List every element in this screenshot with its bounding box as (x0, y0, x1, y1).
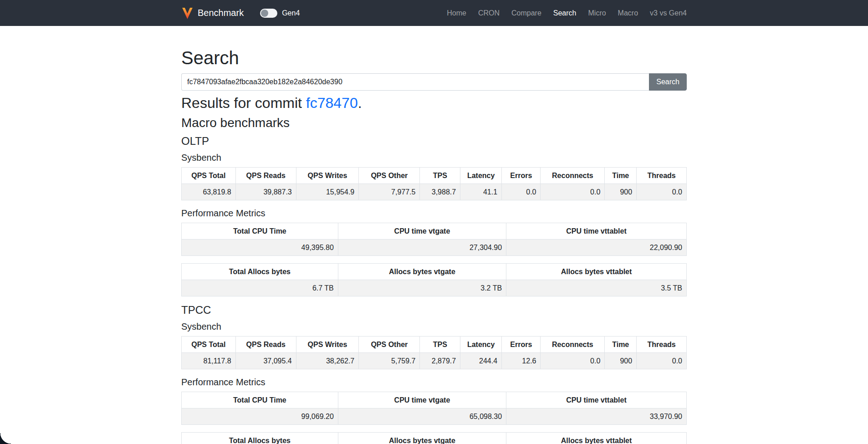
column-header: CPU time vtgate (338, 392, 506, 408)
table-cell: 15,954.9 (296, 184, 359, 200)
gen4-toggle-label: Gen4 (282, 9, 300, 17)
column-header: Time (605, 167, 637, 184)
table-cell: 0.0 (502, 184, 541, 200)
column-header: QPS Reads (235, 167, 296, 184)
results-title: Results for commit fc78470. (181, 94, 687, 112)
search-group: Search (181, 73, 687, 91)
column-header: QPS Writes (296, 167, 359, 184)
column-header: TPS (420, 336, 460, 352)
vitess-logo-icon (181, 6, 194, 20)
results-suffix: . (358, 95, 362, 111)
tpcc-sysbench-table: QPS TotalQPS ReadsQPS WritesQPS OtherTPS… (181, 336, 687, 369)
table-cell: 37,095.4 (235, 352, 296, 369)
navbar: Benchmark Gen4 Home CRON Compare Search … (0, 0, 868, 26)
table-cell: 81,117.8 (182, 352, 236, 369)
table-cell: 0.0 (637, 352, 687, 369)
column-header: Time (605, 336, 637, 352)
table-cell: 33,970.90 (506, 408, 687, 424)
table-cell: 65,098.30 (338, 408, 506, 424)
nav-item-compare[interactable]: Compare (511, 5, 541, 21)
table-cell: 41.1 (460, 184, 502, 200)
navbar-container: Benchmark Gen4 Home CRON Compare Search … (181, 5, 687, 21)
brand-link[interactable]: Benchmark (181, 6, 244, 20)
tpcc-sysbench-label: Sysbench (181, 321, 687, 332)
screen-corner-artifact (0, 433, 11, 444)
nav-item-macro[interactable]: Macro (618, 5, 638, 21)
oltp-allocs-table: Total Allocs bytesAllocs bytes vtgateAll… (181, 263, 687, 296)
column-header: CPU time vttablet (506, 392, 687, 408)
gen4-toggle[interactable]: Gen4 (260, 9, 300, 18)
table-row: 49,395.8027,304.9022,090.90 (182, 239, 687, 255)
tpcc-title: TPCC (181, 304, 687, 317)
table-cell: 900 (605, 184, 637, 200)
nav-item-v3-vs-gen4[interactable]: v3 vs Gen4 (650, 5, 687, 21)
section-oltp: OLTP Sysbench QPS TotalQPS ReadsQPS Writ… (181, 135, 687, 296)
tpcc-performance-metrics-label: Performance Metrics (181, 377, 687, 388)
nav-item-cron[interactable]: CRON (478, 5, 500, 21)
macro-benchmarks-title: Macro benchmarks (181, 115, 687, 131)
column-header: Latency (460, 336, 502, 352)
oltp-title: OLTP (181, 135, 687, 148)
column-header: Reconnects (541, 336, 605, 352)
table-row: 6.7 TB3.2 TB3.5 TB (182, 280, 687, 296)
column-header: QPS Total (182, 167, 236, 184)
column-header: Reconnects (541, 167, 605, 184)
column-header: Allocs bytes vtgate (338, 263, 506, 280)
tpcc-allocs-table: Total Allocs bytesAllocs bytes vtgateAll… (181, 432, 687, 444)
column-header: QPS Writes (296, 336, 359, 352)
oltp-cpu-table: Total CPU TimeCPU time vtgateCPU time vt… (181, 223, 687, 256)
column-header: QPS Other (359, 336, 420, 352)
toggle-track-icon[interactable] (260, 9, 277, 18)
table-cell: 0.0 (541, 352, 605, 369)
table-cell: 39,887.3 (235, 184, 296, 200)
nav-item-search[interactable]: Search (553, 5, 577, 21)
table-row: 81,117.837,095.438,262.75,759.72,879.724… (182, 352, 687, 369)
nav-links: Home CRON Compare Search Micro Macro v3 … (435, 5, 687, 21)
commit-link[interactable]: fc78470 (306, 95, 358, 111)
column-header: Total Allocs bytes (182, 432, 338, 444)
column-header: Threads (637, 336, 687, 352)
search-input[interactable] (181, 73, 649, 91)
column-header: QPS Other (359, 167, 420, 184)
column-header: Latency (460, 167, 502, 184)
table-cell: 99,069.20 (182, 408, 338, 424)
table-cell: 38,262.7 (296, 352, 359, 369)
column-header: QPS Total (182, 336, 236, 352)
table-cell: 5,759.7 (359, 352, 420, 369)
column-header: Allocs bytes vtgate (338, 432, 506, 444)
results-prefix: Results for commit (181, 95, 306, 111)
column-header: Threads (637, 167, 687, 184)
table-cell: 6.7 TB (182, 280, 338, 296)
table-cell: 12.6 (502, 352, 541, 369)
table-cell: 7,977.5 (359, 184, 420, 200)
search-button[interactable]: Search (649, 73, 687, 91)
oltp-sysbench-label: Sysbench (181, 152, 687, 163)
column-header: CPU time vtgate (338, 223, 506, 239)
nav-item-micro[interactable]: Micro (588, 5, 606, 21)
table-cell: 0.0 (637, 184, 687, 200)
column-header: Errors (502, 336, 541, 352)
table-cell: 3.2 TB (338, 280, 506, 296)
column-header: Total CPU Time (182, 223, 338, 239)
column-header: QPS Reads (235, 336, 296, 352)
table-cell: 27,304.90 (338, 239, 506, 255)
oltp-sysbench-table: QPS TotalQPS ReadsQPS WritesQPS OtherTPS… (181, 167, 687, 200)
table-cell: 2,879.7 (420, 352, 460, 369)
column-header: Allocs bytes vttablet (506, 263, 687, 280)
oltp-performance-metrics-label: Performance Metrics (181, 208, 687, 219)
table-cell: 63,819.8 (182, 184, 236, 200)
nav-item-home[interactable]: Home (447, 5, 466, 21)
table-cell: 22,090.90 (506, 239, 687, 255)
column-header: Total CPU Time (182, 392, 338, 408)
main-content: Search Search Results for commit fc78470… (181, 26, 687, 444)
table-cell: 3.5 TB (506, 280, 687, 296)
table-row: 63,819.839,887.315,954.97,977.53,988.741… (182, 184, 687, 200)
column-header: Allocs bytes vttablet (506, 432, 687, 444)
brand-label: Benchmark (198, 8, 244, 18)
table-cell: 244.4 (460, 352, 502, 369)
table-cell: 49,395.80 (182, 239, 338, 255)
tpcc-cpu-table: Total CPU TimeCPU time vtgateCPU time vt… (181, 392, 687, 425)
table-row: 99,069.2065,098.3033,970.90 (182, 408, 687, 424)
column-header: Total Allocs bytes (182, 263, 338, 280)
page-title: Search (181, 47, 687, 69)
